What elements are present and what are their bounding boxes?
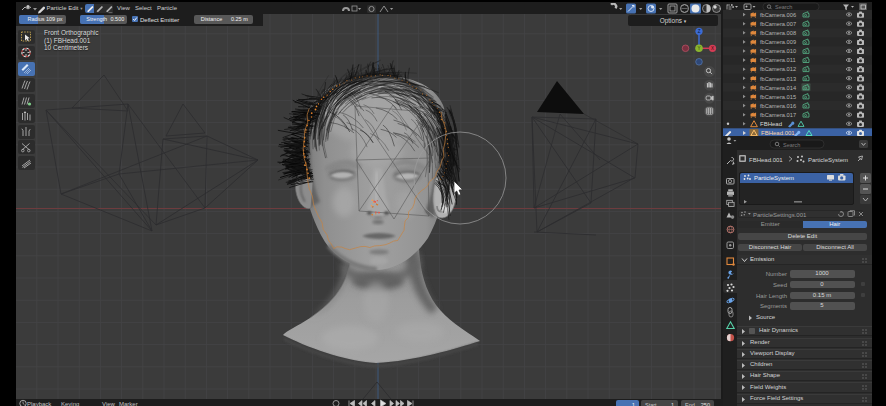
svg-text:View: View <box>102 401 116 406</box>
svg-text:fbCamera.010: fbCamera.010 <box>760 48 796 54</box>
svg-text:fbCamera.016: fbCamera.016 <box>760 103 796 109</box>
svg-text:fbCamera.013: fbCamera.013 <box>760 76 796 82</box>
svg-text:Keying: Keying <box>61 401 79 406</box>
svg-text:ParticleSystem: ParticleSystem <box>754 175 794 181</box>
svg-text:fbCamera.009: fbCamera.009 <box>760 39 796 45</box>
svg-text:fbCamera.008: fbCamera.008 <box>760 30 796 36</box>
svg-text:fbCamera.012: fbCamera.012 <box>760 66 796 72</box>
svg-text:ParticleSettings.001: ParticleSettings.001 <box>753 212 807 218</box>
svg-text:1: 1 <box>671 402 674 406</box>
svg-text:Start: Start <box>645 402 657 406</box>
svg-text:fbCamera.015: fbCamera.015 <box>760 94 796 100</box>
svg-text:fbCamera.017: fbCamera.017 <box>760 112 796 118</box>
svg-text:fbCamera.006: fbCamera.006 <box>760 12 796 18</box>
svg-text:Z: Z <box>698 29 701 34</box>
svg-text:Y: Y <box>697 46 700 51</box>
svg-text:FBHead: FBHead <box>760 121 782 127</box>
svg-text:fbCamera.011: fbCamera.011 <box>760 57 796 63</box>
svg-text:fbCamera.014: fbCamera.014 <box>760 85 796 91</box>
svg-text:ParticleSystem: ParticleSystem <box>808 157 848 163</box>
svg-text:fbCamera.007: fbCamera.007 <box>760 21 796 27</box>
svg-text:End: End <box>685 402 695 406</box>
svg-text:FBHead.001: FBHead.001 <box>749 157 783 163</box>
svg-text:Marker: Marker <box>119 401 138 406</box>
svg-text:X: X <box>711 46 714 51</box>
svg-text:Search: Search <box>783 142 800 148</box>
svg-text:Playback: Playback <box>27 401 52 406</box>
svg-text:250: 250 <box>701 402 710 406</box>
